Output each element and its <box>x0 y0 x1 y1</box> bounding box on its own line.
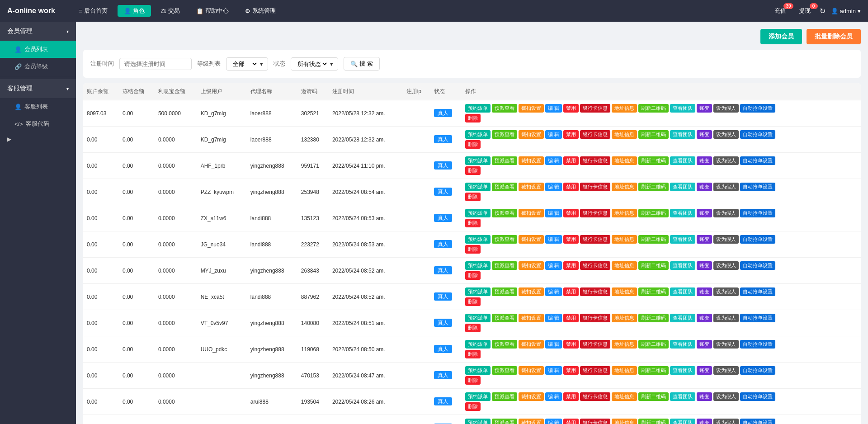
action-btn-编-辑[interactable]: 编 辑 <box>545 156 562 165</box>
action-btn-编-辑[interactable]: 编 辑 <box>545 130 562 139</box>
action-btn-预派查看[interactable]: 预派查看 <box>492 104 517 113</box>
action-btn-自动抢单设置[interactable]: 自动抢单设置 <box>740 287 775 296</box>
action-btn-删除[interactable]: 删除 <box>465 402 481 411</box>
action-btn-账变[interactable]: 账变 <box>697 156 712 165</box>
status-select[interactable]: 所有状态 ▾ <box>291 57 338 71</box>
action-btn-自动抢单设置[interactable]: 自动抢单设置 <box>740 183 775 191</box>
action-btn-刷新二维码[interactable]: 刷新二维码 <box>638 130 669 139</box>
action-btn-银行卡信息[interactable]: 银行卡信息 <box>580 104 610 113</box>
action-btn-查看团队[interactable]: 查看团队 <box>670 235 695 244</box>
action-btn-截扣设置[interactable]: 截扣设置 <box>519 340 544 349</box>
action-btn-截扣设置[interactable]: 截扣设置 <box>519 235 544 244</box>
action-btn-银行卡信息[interactable]: 银行卡信息 <box>580 340 610 349</box>
action-btn-禁用[interactable]: 禁用 <box>563 183 579 191</box>
action-btn-删除[interactable]: 删除 <box>465 140 481 149</box>
action-btn-账变[interactable]: 账变 <box>697 209 712 217</box>
action-btn-账变[interactable]: 账变 <box>697 287 712 296</box>
status-select-input[interactable]: 所有状态 <box>296 60 328 68</box>
action-btn-地址信息[interactable]: 地址信息 <box>612 314 637 322</box>
action-btn-禁用[interactable]: 禁用 <box>563 130 579 139</box>
action-btn-预约派单[interactable]: 预约派单 <box>465 156 491 165</box>
action-btn-设为假人[interactable]: 设为假人 <box>713 392 739 401</box>
action-btn-设为假人[interactable]: 设为假人 <box>713 183 739 191</box>
action-btn-设为假人[interactable]: 设为假人 <box>713 235 739 244</box>
action-btn-银行卡信息[interactable]: 银行卡信息 <box>580 314 610 322</box>
action-btn-禁用[interactable]: 禁用 <box>563 209 579 217</box>
action-btn-设为假人[interactable]: 设为假人 <box>713 261 739 270</box>
action-btn-设为假人[interactable]: 设为假人 <box>713 130 739 139</box>
action-btn-禁用[interactable]: 禁用 <box>563 366 579 375</box>
action-btn-截扣设置[interactable]: 截扣设置 <box>519 156 544 165</box>
action-btn-刷新二维码[interactable]: 刷新二维码 <box>638 392 669 401</box>
action-btn-禁用[interactable]: 禁用 <box>563 340 579 349</box>
action-btn-地址信息[interactable]: 地址信息 <box>612 209 637 217</box>
action-btn-预派查看[interactable]: 预派查看 <box>492 209 517 217</box>
action-btn-银行卡信息[interactable]: 银行卡信息 <box>580 235 610 244</box>
action-btn-删除[interactable]: 删除 <box>465 245 481 254</box>
action-btn-查看团队[interactable]: 查看团队 <box>670 314 695 322</box>
action-btn-地址信息[interactable]: 地址信息 <box>612 287 637 296</box>
action-btn-查看团队[interactable]: 查看团队 <box>670 392 695 401</box>
action-btn-账变[interactable]: 账变 <box>697 130 712 139</box>
action-btn-编-辑[interactable]: 编 辑 <box>545 209 562 217</box>
action-btn-查看团队[interactable]: 查看团队 <box>670 366 695 375</box>
action-btn-地址信息[interactable]: 地址信息 <box>612 366 637 375</box>
action-btn-设为假人[interactable]: 设为假人 <box>713 209 739 217</box>
action-btn-账变[interactable]: 账变 <box>697 392 712 401</box>
sidebar-item-member-list[interactable]: 👤 会员列表 <box>0 41 76 58</box>
sidebar-item-member-level[interactable]: 🔗 会员等级 <box>0 58 76 75</box>
nav-help[interactable]: 📋 帮助中心 <box>190 5 235 17</box>
action-btn-删除[interactable]: 删除 <box>465 350 481 358</box>
action-btn-编-辑[interactable]: 编 辑 <box>545 235 562 244</box>
action-btn-银行卡信息[interactable]: 银行卡信息 <box>580 130 610 139</box>
action-btn-删除[interactable]: 删除 <box>465 324 481 332</box>
action-btn-编-辑[interactable]: 编 辑 <box>545 419 562 424</box>
sidebar-group-support[interactable]: 客服管理 ▾ <box>0 79 76 98</box>
action-btn-禁用[interactable]: 禁用 <box>563 314 579 322</box>
action-btn-设为假人[interactable]: 设为假人 <box>713 340 739 349</box>
action-btn-地址信息[interactable]: 地址信息 <box>612 235 637 244</box>
nav-role[interactable]: 👤 角色 <box>118 5 151 17</box>
action-btn-截扣设置[interactable]: 截扣设置 <box>519 104 544 113</box>
action-btn-预派查看[interactable]: 预派查看 <box>492 366 517 375</box>
action-btn-编-辑[interactable]: 编 辑 <box>545 261 562 270</box>
action-btn-地址信息[interactable]: 地址信息 <box>612 419 637 424</box>
nav-trade[interactable]: ⚖ 交易 <box>155 5 186 17</box>
action-btn-银行卡信息[interactable]: 银行卡信息 <box>580 209 610 217</box>
action-btn-查看团队[interactable]: 查看团队 <box>670 340 695 349</box>
action-btn-预约派单[interactable]: 预约派单 <box>465 314 491 322</box>
action-btn-设为假人[interactable]: 设为假人 <box>713 366 739 375</box>
action-btn-截扣设置[interactable]: 截扣设置 <box>519 130 544 139</box>
action-btn-自动抢单设置[interactable]: 自动抢单设置 <box>740 419 775 424</box>
charge-button[interactable]: 充值 39 <box>771 7 790 15</box>
action-btn-截扣设置[interactable]: 截扣设置 <box>519 392 544 401</box>
expand-arrow[interactable]: ▶ <box>0 132 76 146</box>
action-btn-预约派单[interactable]: 预约派单 <box>465 366 491 375</box>
register-time-input[interactable] <box>119 58 192 70</box>
sidebar-item-support-list[interactable]: 👤 客服列表 <box>0 98 76 115</box>
action-btn-地址信息[interactable]: 地址信息 <box>612 261 637 270</box>
action-btn-删除[interactable]: 删除 <box>465 166 481 175</box>
action-btn-自动抢单设置[interactable]: 自动抢单设置 <box>740 340 775 349</box>
action-btn-地址信息[interactable]: 地址信息 <box>612 130 637 139</box>
action-btn-设为假人[interactable]: 设为假人 <box>713 314 739 322</box>
action-btn-自动抢单设置[interactable]: 自动抢单设置 <box>740 156 775 165</box>
action-btn-禁用[interactable]: 禁用 <box>563 287 579 296</box>
action-btn-自动抢单设置[interactable]: 自动抢单设置 <box>740 104 775 113</box>
action-btn-银行卡信息[interactable]: 银行卡信息 <box>580 366 610 375</box>
action-btn-银行卡信息[interactable]: 银行卡信息 <box>580 261 610 270</box>
action-btn-查看团队[interactable]: 查看团队 <box>670 287 695 296</box>
action-btn-截扣设置[interactable]: 截扣设置 <box>519 314 544 322</box>
action-btn-编-辑[interactable]: 编 辑 <box>545 104 562 113</box>
action-btn-截扣设置[interactable]: 截扣设置 <box>519 287 544 296</box>
action-btn-设为假人[interactable]: 设为假人 <box>713 287 739 296</box>
action-btn-禁用[interactable]: 禁用 <box>563 392 579 401</box>
action-btn-自动抢单设置[interactable]: 自动抢单设置 <box>740 235 775 244</box>
user-info[interactable]: 👤 admin ▾ <box>831 8 861 14</box>
action-btn-截扣设置[interactable]: 截扣设置 <box>519 419 544 424</box>
level-select[interactable]: 全部 ▾ <box>226 57 268 71</box>
action-btn-自动抢单设置[interactable]: 自动抢单设置 <box>740 261 775 270</box>
action-btn-截扣设置[interactable]: 截扣设置 <box>519 209 544 217</box>
level-select-input[interactable]: 全部 <box>231 60 258 68</box>
action-btn-禁用[interactable]: 禁用 <box>563 156 579 165</box>
